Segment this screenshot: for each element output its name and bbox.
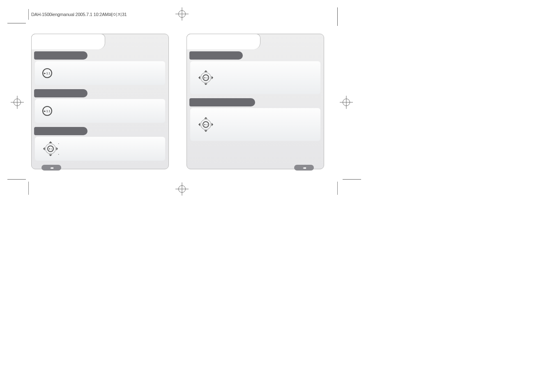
rewind-icon: ◂◂◂ — [303, 166, 305, 170]
header-divider — [28, 9, 29, 20]
section-header — [189, 51, 243, 60]
crop-mark — [343, 179, 361, 180]
instruction-card-left: ►ıı ►ıı ►ıı · · — [31, 34, 169, 169]
play-pause-icon: ►ıı — [42, 106, 52, 116]
section-header — [34, 89, 88, 97]
section-body: ►ıı — [190, 61, 320, 94]
registration-mark-icon — [178, 10, 186, 18]
registration-mark-icon — [178, 185, 186, 193]
bullet-list: · · — [58, 141, 59, 157]
nav-pad-icon: ►ıı — [198, 69, 214, 86]
page-footer-pill: ◂◂◂ — [294, 165, 314, 171]
crop-mark — [337, 7, 338, 26]
section-body: ►ıı — [190, 108, 320, 141]
crop-mark — [28, 182, 29, 195]
crop-mark — [7, 23, 26, 23]
page-footer-pill: ◂◂◂ — [41, 165, 61, 171]
crop-mark — [337, 182, 338, 195]
rewind-icon: ◂◂◂ — [50, 166, 53, 170]
section-header — [34, 51, 88, 60]
section-body: ►ıı — [35, 99, 165, 123]
document-header-label: DAH-1500iengmanual 2005.7.1 10:2AM페이지31 — [31, 12, 127, 18]
crop-mark — [7, 179, 26, 180]
registration-mark-icon — [14, 99, 21, 106]
nav-pad-icon: ►ıı — [198, 116, 214, 133]
card-tab — [31, 34, 105, 49]
play-pause-icon: ►ıı — [42, 68, 52, 78]
instruction-card-right: ►ıı ►ıı — [187, 34, 324, 169]
nav-pad-icon: ►ıı — [42, 141, 59, 157]
section-body: ►ıı — [35, 61, 165, 85]
section-header — [34, 127, 88, 135]
section-header — [189, 98, 255, 106]
registration-mark-icon — [343, 99, 350, 106]
section-body: ►ıı · · — [35, 137, 165, 161]
card-tab — [187, 34, 260, 49]
